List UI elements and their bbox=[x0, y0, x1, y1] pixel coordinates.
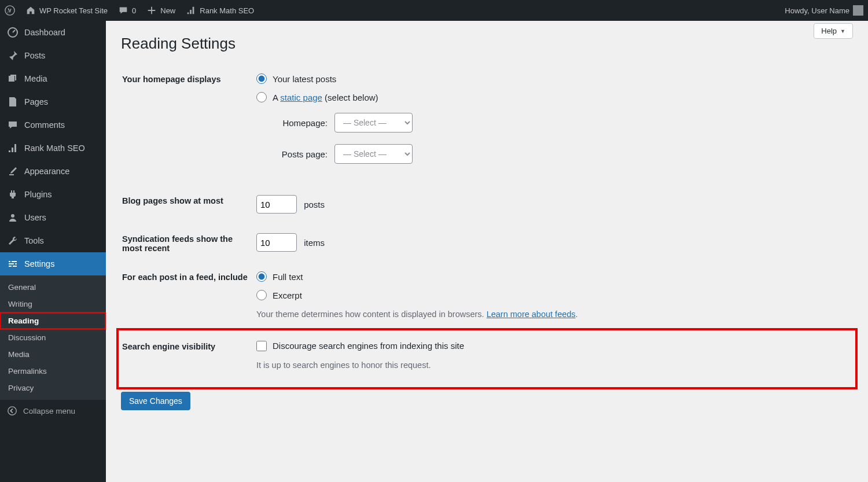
svg-point-0 bbox=[5, 6, 14, 15]
radio-latest-posts[interactable] bbox=[256, 73, 267, 84]
chevron-down-icon: ▼ bbox=[840, 28, 845, 34]
unit-items: items bbox=[304, 238, 325, 248]
seo-label: Rank Math SEO bbox=[200, 6, 254, 15]
row-label-blog-pages: Blog pages show at most bbox=[122, 188, 255, 225]
radio-excerpt[interactable] bbox=[256, 290, 267, 300]
sidebar-item-comments[interactable]: Comments bbox=[0, 113, 106, 137]
radio-label-static: A static page (select below) bbox=[273, 93, 378, 102]
seo-link[interactable]: Rank Math SEO bbox=[186, 5, 254, 16]
sidebar-item-settings[interactable]: Settings bbox=[0, 252, 106, 275]
search-visibility-desc: It is up to search engines to honor this… bbox=[256, 359, 852, 372]
row-label-homepage: Your homepage displays bbox=[122, 67, 255, 187]
posts-page-select[interactable]: — Select — bbox=[334, 144, 413, 164]
user-icon bbox=[7, 212, 19, 223]
svg-point-3 bbox=[8, 407, 16, 415]
sidebar-item-seo[interactable]: Rank Math SEO bbox=[0, 137, 106, 160]
wp-logo[interactable] bbox=[5, 5, 15, 16]
sliders-icon bbox=[7, 258, 19, 270]
sidebar-item-appearance[interactable]: Appearance bbox=[0, 160, 106, 183]
homepage-select[interactable]: — Select — bbox=[334, 113, 413, 133]
submenu-discussion[interactable]: Discussion bbox=[0, 329, 106, 346]
page-title: Reading Settings bbox=[121, 35, 853, 53]
menu-label: Plugins bbox=[24, 190, 52, 199]
blog-pages-input[interactable] bbox=[256, 195, 297, 214]
menu-label: Tools bbox=[24, 236, 44, 245]
feed-desc: Your theme determines how content is dis… bbox=[256, 308, 852, 321]
collapse-icon bbox=[7, 406, 17, 416]
account-link[interactable]: Howdy, User Name bbox=[785, 5, 863, 16]
submenu-media[interactable]: Media bbox=[0, 346, 106, 363]
row-label-search-visibility: Search engine visibility bbox=[122, 334, 255, 384]
menu-label: Rank Math SEO bbox=[24, 144, 85, 153]
pin-icon bbox=[7, 50, 19, 61]
discourage-label: Discourage search engines from indexing … bbox=[273, 341, 464, 351]
menu-label: Posts bbox=[24, 51, 45, 60]
comments-icon bbox=[7, 119, 19, 131]
homepage-select-label: Homepage: bbox=[273, 118, 328, 128]
menu-label: Users bbox=[24, 213, 46, 222]
new-link[interactable]: New bbox=[146, 5, 175, 16]
sidebar-item-users[interactable]: Users bbox=[0, 206, 106, 229]
site-link[interactable]: WP Rocket Test Site bbox=[25, 5, 108, 16]
media-icon bbox=[7, 73, 19, 84]
submenu-permalinks[interactable]: Permalinks bbox=[0, 363, 106, 380]
new-label: New bbox=[160, 6, 175, 15]
submenu-reading[interactable]: Reading bbox=[0, 312, 106, 329]
menu-label: Comments bbox=[24, 120, 65, 130]
radio-static-page[interactable] bbox=[256, 92, 267, 102]
pages-icon bbox=[7, 96, 19, 108]
menu-label: Dashboard bbox=[24, 28, 65, 37]
menu-label: Appearance bbox=[24, 167, 69, 176]
sidebar-item-plugins[interactable]: Plugins bbox=[0, 183, 106, 206]
radio-full-text[interactable] bbox=[256, 271, 267, 282]
plug-icon bbox=[7, 189, 19, 200]
sidebar-item-dashboard[interactable]: Dashboard bbox=[0, 21, 106, 44]
submenu-general[interactable]: General bbox=[0, 279, 106, 296]
collapse-menu[interactable]: Collapse menu bbox=[0, 400, 106, 422]
comments-count: 0 bbox=[132, 6, 136, 15]
chart-icon bbox=[7, 142, 19, 154]
collapse-label: Collapse menu bbox=[23, 407, 75, 415]
comments-link[interactable]: 0 bbox=[118, 5, 136, 16]
static-page-link[interactable]: static page bbox=[280, 93, 322, 102]
help-tab[interactable]: Help ▼ bbox=[814, 23, 853, 39]
radio-label-fulltext: Full text bbox=[273, 272, 303, 282]
submenu-privacy[interactable]: Privacy bbox=[0, 380, 106, 396]
wrench-icon bbox=[7, 235, 19, 246]
menu-label: Media bbox=[24, 74, 47, 83]
menu-label: Settings bbox=[24, 259, 54, 268]
row-label-feeds: Syndication feeds show the most recent bbox=[122, 226, 255, 263]
sidebar-item-media[interactable]: Media bbox=[0, 67, 106, 90]
sidebar-item-pages[interactable]: Pages bbox=[0, 90, 106, 113]
radio-label-latest: Your latest posts bbox=[273, 74, 336, 84]
learn-more-feeds-link[interactable]: Learn more about feeds bbox=[487, 310, 576, 319]
radio-label-excerpt: Excerpt bbox=[273, 290, 302, 300]
dashboard-icon bbox=[7, 27, 19, 38]
sidebar-item-tools[interactable]: Tools bbox=[0, 229, 106, 252]
svg-point-2 bbox=[11, 214, 14, 218]
submenu-writing[interactable]: Writing bbox=[0, 296, 106, 312]
avatar bbox=[853, 5, 863, 16]
greeting: Howdy, User Name bbox=[785, 6, 849, 15]
help-label: Help bbox=[821, 27, 837, 35]
sidebar-item-posts[interactable]: Posts bbox=[0, 44, 106, 67]
row-label-feed-content: For each post in a feed, include bbox=[122, 264, 255, 333]
save-button[interactable]: Save Changes bbox=[121, 392, 190, 410]
menu-label: Pages bbox=[24, 97, 48, 106]
brush-icon bbox=[7, 165, 19, 177]
unit-posts: posts bbox=[304, 200, 325, 209]
feeds-input[interactable] bbox=[256, 233, 297, 252]
posts-page-select-label: Posts page: bbox=[273, 149, 328, 159]
site-title: WP Rocket Test Site bbox=[39, 6, 108, 15]
discourage-checkbox[interactable] bbox=[256, 341, 267, 351]
